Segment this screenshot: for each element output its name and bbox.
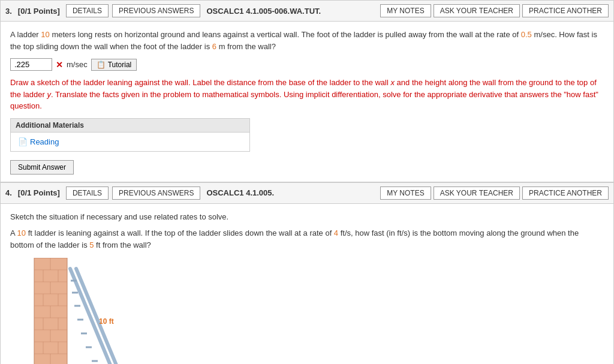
question-3-points: [0/1 Points]: [18, 7, 60, 16]
tutorial-button-3[interactable]: 📋 Tutorial: [91, 59, 137, 71]
value-0-5: 0.5: [521, 30, 532, 39]
reading-label: Reading: [30, 137, 59, 146]
question-4-header: 4. [0/1 Points] DETAILS PREVIOUS ANSWERS…: [1, 183, 613, 204]
additional-materials-header: Additional Materials: [11, 119, 249, 133]
unit-label-3: m/sec: [67, 60, 88, 69]
value-10: 10: [41, 30, 49, 39]
ladder-svg: 10 ft: [10, 258, 142, 364]
submit-answer-button-3[interactable]: Submit Answer: [10, 160, 74, 175]
question-4-number: 4.: [5, 188, 12, 197]
value-5: 5: [89, 240, 94, 249]
tutorial-icon: 📋: [97, 61, 106, 69]
question-3-block: 3. [0/1 Points] DETAILS PREVIOUS ANSWERS…: [0, 0, 614, 182]
ladder-diagram: 10 ft: [10, 258, 142, 364]
answer-row-3: ✕ m/sec 📋 Tutorial: [10, 58, 604, 71]
clear-button-3[interactable]: ✕: [56, 60, 63, 70]
question-4-code: OSCALC1 4.1.005.: [206, 188, 377, 197]
question-3-header: 3. [0/1 Points] DETAILS PREVIOUS ANSWERS…: [1, 1, 613, 22]
question-3-right-buttons: MY NOTES ASK YOUR TEACHER PRACTICE ANOTH…: [380, 4, 609, 17]
value-10-ft: 10: [17, 228, 26, 237]
my-notes-button-4[interactable]: MY NOTES: [380, 186, 431, 200]
question-3-number: 3.: [5, 7, 12, 16]
hint-text-3: Draw a sketch of the ladder leaning agai…: [10, 77, 604, 112]
reading-icon: 📄: [18, 137, 28, 146]
previous-answers-button-4[interactable]: PREVIOUS ANSWERS: [112, 186, 200, 200]
additional-materials-body: 📄 Reading: [11, 133, 249, 151]
question-3-body: A ladder 10 meters long rests on horizon…: [1, 22, 613, 182]
ask-teacher-button-3[interactable]: ASK YOUR TEACHER: [434, 4, 520, 17]
value-6: 6: [212, 42, 216, 51]
svg-text:10 ft: 10 ft: [99, 317, 114, 326]
additional-materials-3: Additional Materials 📄 Reading: [10, 118, 250, 152]
question-3-text: A ladder 10 meters long rests on horizon…: [10, 29, 604, 52]
question-4-body: Sketch the situation if necessary and us…: [1, 204, 613, 365]
question-4-points: [0/1 Points]: [18, 188, 60, 197]
question-4-block: 4. [0/1 Points] DETAILS PREVIOUS ANSWERS…: [0, 182, 614, 365]
tutorial-label: Tutorial: [108, 61, 132, 69]
ask-teacher-button-4[interactable]: ASK YOUR TEACHER: [434, 186, 520, 200]
previous-answers-button-3[interactable]: PREVIOUS ANSWERS: [112, 4, 200, 17]
diagram-container: 10 ft: [10, 258, 604, 364]
svg-rect-0: [34, 258, 67, 364]
question-4-right-buttons: MY NOTES ASK YOUR TEACHER PRACTICE ANOTH…: [380, 186, 609, 200]
practice-another-button-4[interactable]: PRACTICE ANOTHER: [522, 186, 609, 200]
question-3-code: OSCALC1 4.1.005-006.WA.TUT.: [206, 7, 377, 16]
question-4-intro: Sketch the situation if necessary and us…: [10, 211, 604, 223]
answer-input-3[interactable]: [10, 58, 52, 71]
question-4-text: A 10 ft ladder is leaning against a wall…: [10, 227, 604, 251]
practice-another-button-3[interactable]: PRACTICE ANOTHER: [522, 4, 609, 17]
reading-link[interactable]: 📄 Reading: [18, 137, 242, 146]
details-button-3[interactable]: DETAILS: [66, 4, 109, 17]
my-notes-button-3[interactable]: MY NOTES: [380, 4, 431, 17]
value-4: 4: [334, 228, 338, 237]
details-button-4[interactable]: DETAILS: [66, 186, 109, 200]
svg-line-34: [76, 269, 123, 364]
